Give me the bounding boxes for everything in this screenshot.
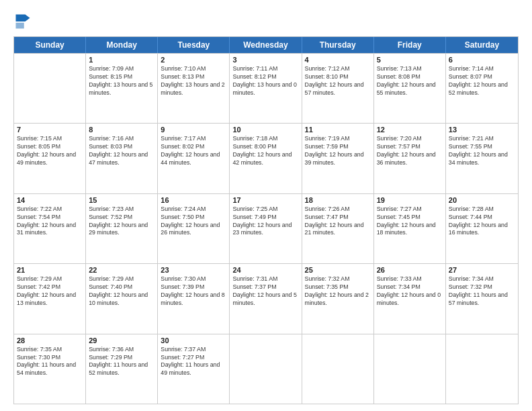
day-info: Sunrise: 7:14 AMSunset: 8:07 PMDaylight:… <box>449 65 515 97</box>
cal-cell: 11Sunrise: 7:19 AMSunset: 7:59 PMDayligh… <box>302 124 374 193</box>
day-number: 7 <box>17 126 83 134</box>
cal-header-friday: Friday <box>374 37 446 53</box>
day-info: Sunrise: 7:16 AMSunset: 8:03 PMDaylight:… <box>89 135 154 167</box>
cal-cell: 20Sunrise: 7:28 AMSunset: 7:44 PMDayligh… <box>446 194 518 263</box>
day-number: 19 <box>377 196 443 204</box>
logo-icon <box>13 12 32 31</box>
calendar-header: SundayMondayTuesdayWednesdayThursdayFrid… <box>14 37 518 53</box>
day-info: Sunrise: 7:12 AMSunset: 8:10 PMDaylight:… <box>305 65 371 97</box>
cal-week-4: 21Sunrise: 7:29 AMSunset: 7:42 PMDayligh… <box>14 263 518 333</box>
cal-cell: 26Sunrise: 7:33 AMSunset: 7:34 PMDayligh… <box>374 264 446 333</box>
day-number: 26 <box>377 266 443 274</box>
day-info: Sunrise: 7:27 AMSunset: 7:45 PMDaylight:… <box>377 205 443 238</box>
day-info: Sunrise: 7:34 AMSunset: 7:32 PMDaylight:… <box>449 275 515 308</box>
day-number: 16 <box>161 196 226 204</box>
day-number: 4 <box>305 56 371 64</box>
day-number: 5 <box>377 56 443 64</box>
cal-header-tuesday: Tuesday <box>158 37 230 53</box>
day-info: Sunrise: 7:20 AMSunset: 7:57 PMDaylight:… <box>377 135 443 167</box>
cal-cell: 21Sunrise: 7:29 AMSunset: 7:42 PMDayligh… <box>14 264 86 333</box>
day-number: 13 <box>449 126 515 134</box>
cal-cell: 3Sunrise: 7:11 AMSunset: 8:12 PMDaylight… <box>230 54 302 123</box>
day-number: 23 <box>161 266 226 274</box>
day-number: 10 <box>232 126 298 134</box>
day-number: 25 <box>305 266 371 274</box>
cal-cell: 27Sunrise: 7:34 AMSunset: 7:32 PMDayligh… <box>446 264 518 333</box>
calendar-body: 1Sunrise: 7:09 AMSunset: 8:15 PMDaylight… <box>14 53 518 404</box>
cal-cell: 29Sunrise: 7:36 AMSunset: 7:29 PMDayligh… <box>86 334 158 404</box>
cal-cell: 15Sunrise: 7:23 AMSunset: 7:52 PMDayligh… <box>86 194 158 263</box>
day-number: 14 <box>17 196 83 204</box>
cal-cell: 6Sunrise: 7:14 AMSunset: 8:07 PMDaylight… <box>446 54 518 123</box>
cal-header-monday: Monday <box>86 37 158 53</box>
cal-cell: 13Sunrise: 7:21 AMSunset: 7:55 PMDayligh… <box>446 124 518 193</box>
cal-cell: 24Sunrise: 7:31 AMSunset: 7:37 PMDayligh… <box>230 264 302 333</box>
day-info: Sunrise: 7:35 AMSunset: 7:30 PMDaylight:… <box>17 346 83 378</box>
day-number: 6 <box>449 56 515 64</box>
day-number: 15 <box>89 196 154 204</box>
day-info: Sunrise: 7:19 AMSunset: 7:59 PMDaylight:… <box>305 135 371 167</box>
day-info: Sunrise: 7:31 AMSunset: 7:37 PMDaylight:… <box>232 275 298 308</box>
cal-cell: 16Sunrise: 7:24 AMSunset: 7:50 PMDayligh… <box>158 194 230 263</box>
day-info: Sunrise: 7:32 AMSunset: 7:35 PMDaylight:… <box>305 275 371 308</box>
day-number: 22 <box>89 266 154 274</box>
day-number: 11 <box>305 126 371 134</box>
cal-header-wednesday: Wednesday <box>230 37 302 53</box>
cal-cell: 10Sunrise: 7:18 AMSunset: 8:00 PMDayligh… <box>230 124 302 193</box>
cal-cell: 9Sunrise: 7:17 AMSunset: 8:02 PMDaylight… <box>158 124 230 193</box>
day-number: 24 <box>232 266 298 274</box>
cal-header-thursday: Thursday <box>302 37 374 53</box>
cal-week-3: 14Sunrise: 7:22 AMSunset: 7:54 PMDayligh… <box>14 193 518 263</box>
day-info: Sunrise: 7:21 AMSunset: 7:55 PMDaylight:… <box>449 135 515 167</box>
day-info: Sunrise: 7:18 AMSunset: 8:00 PMDaylight:… <box>232 135 298 167</box>
day-info: Sunrise: 7:15 AMSunset: 8:05 PMDaylight:… <box>17 135 83 167</box>
day-info: Sunrise: 7:30 AMSunset: 7:39 PMDaylight:… <box>161 275 226 308</box>
cal-cell: 22Sunrise: 7:29 AMSunset: 7:40 PMDayligh… <box>86 264 158 333</box>
header <box>13 12 519 31</box>
day-number: 17 <box>232 196 298 204</box>
day-number: 3 <box>232 56 298 64</box>
cal-cell: 25Sunrise: 7:32 AMSunset: 7:35 PMDayligh… <box>302 264 374 333</box>
cal-cell: 5Sunrise: 7:13 AMSunset: 8:08 PMDaylight… <box>374 54 446 123</box>
day-info: Sunrise: 7:10 AMSunset: 8:13 PMDaylight:… <box>161 65 226 97</box>
day-number: 21 <box>17 266 83 274</box>
cal-cell <box>14 54 86 123</box>
cal-cell: 7Sunrise: 7:15 AMSunset: 8:05 PMDaylight… <box>14 124 86 193</box>
cal-header-saturday: Saturday <box>446 37 518 53</box>
day-info: Sunrise: 7:36 AMSunset: 7:29 PMDaylight:… <box>89 346 154 378</box>
day-info: Sunrise: 7:24 AMSunset: 7:50 PMDaylight:… <box>161 205 226 238</box>
cal-cell: 19Sunrise: 7:27 AMSunset: 7:45 PMDayligh… <box>374 194 446 263</box>
day-info: Sunrise: 7:17 AMSunset: 8:02 PMDaylight:… <box>161 135 226 167</box>
cal-cell: 2Sunrise: 7:10 AMSunset: 8:13 PMDaylight… <box>158 54 230 123</box>
day-number: 20 <box>449 196 515 204</box>
cal-cell <box>302 334 374 404</box>
day-number: 1 <box>89 56 154 64</box>
cal-cell: 12Sunrise: 7:20 AMSunset: 7:57 PMDayligh… <box>374 124 446 193</box>
day-info: Sunrise: 7:26 AMSunset: 7:47 PMDaylight:… <box>305 205 371 238</box>
logo <box>13 12 35 31</box>
cal-cell: 30Sunrise: 7:37 AMSunset: 7:27 PMDayligh… <box>158 334 230 404</box>
day-info: Sunrise: 7:33 AMSunset: 7:34 PMDaylight:… <box>377 275 443 308</box>
day-info: Sunrise: 7:22 AMSunset: 7:54 PMDaylight:… <box>17 205 83 238</box>
cal-cell <box>446 334 518 404</box>
cal-cell <box>374 334 446 404</box>
page: SundayMondayTuesdayWednesdayThursdayFrid… <box>0 0 532 411</box>
cal-header-sunday: Sunday <box>14 37 86 53</box>
day-info: Sunrise: 7:09 AMSunset: 8:15 PMDaylight:… <box>89 65 154 97</box>
day-info: Sunrise: 7:29 AMSunset: 7:42 PMDaylight:… <box>17 275 83 308</box>
day-number: 18 <box>305 196 371 204</box>
day-info: Sunrise: 7:11 AMSunset: 8:12 PMDaylight:… <box>232 65 298 97</box>
day-number: 27 <box>449 266 515 274</box>
cal-week-1: 1Sunrise: 7:09 AMSunset: 8:15 PMDaylight… <box>14 53 518 123</box>
day-info: Sunrise: 7:29 AMSunset: 7:40 PMDaylight:… <box>89 275 154 308</box>
day-number: 2 <box>161 56 226 64</box>
cal-cell: 18Sunrise: 7:26 AMSunset: 7:47 PMDayligh… <box>302 194 374 263</box>
cal-cell: 17Sunrise: 7:25 AMSunset: 7:49 PMDayligh… <box>230 194 302 263</box>
cal-week-2: 7Sunrise: 7:15 AMSunset: 8:05 PMDaylight… <box>14 123 518 193</box>
cal-cell <box>230 334 302 404</box>
cal-cell: 23Sunrise: 7:30 AMSunset: 7:39 PMDayligh… <box>158 264 230 333</box>
cal-cell: 8Sunrise: 7:16 AMSunset: 8:03 PMDaylight… <box>86 124 158 193</box>
cal-cell: 14Sunrise: 7:22 AMSunset: 7:54 PMDayligh… <box>14 194 86 263</box>
cal-cell: 28Sunrise: 7:35 AMSunset: 7:30 PMDayligh… <box>14 334 86 404</box>
day-info: Sunrise: 7:28 AMSunset: 7:44 PMDaylight:… <box>449 205 515 238</box>
